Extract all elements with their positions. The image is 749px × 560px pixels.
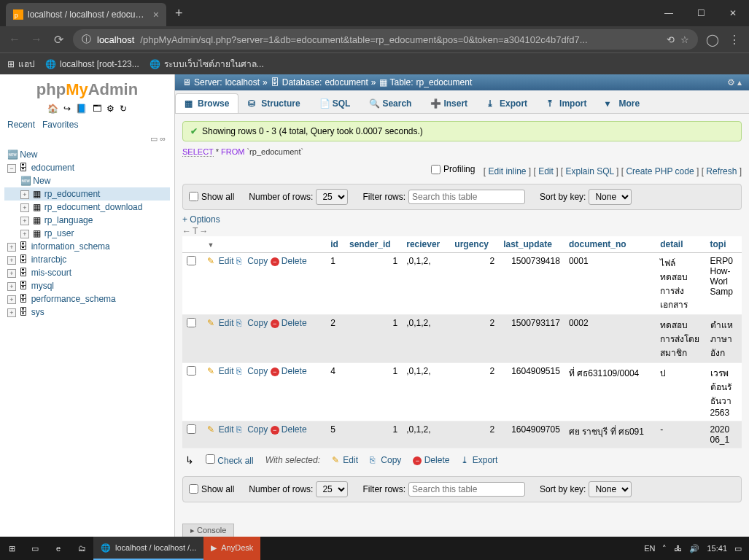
bc-tbl-link[interactable]: rp_edocument	[416, 77, 473, 88]
row-checkbox[interactable]	[187, 318, 196, 327]
tree-db-infoschema[interactable]: information_schema	[31, 241, 110, 252]
cell-sender_id[interactable]: 1	[345, 314, 402, 362]
tree-new-table[interactable]: New	[33, 176, 50, 186]
tree-db-mis-scourt[interactable]: mis-scourt	[31, 268, 71, 278]
filter-input[interactable]	[408, 190, 525, 204]
cell-detail[interactable]: ไฟล์ทดสอบการส่งเอกสาร	[656, 252, 705, 314]
sortkey-select-2[interactable]: None	[589, 481, 632, 497]
explain-sql-link[interactable]: Explain SQL	[566, 166, 614, 176]
options-toggle[interactable]: + Options	[182, 214, 742, 225]
favorites-tab[interactable]: Favorites	[42, 120, 78, 130]
row-edit[interactable]: ✎ Edit	[207, 366, 233, 376]
cell-topic[interactable]: เวรพ ต้อนรั ธันวา 2563	[706, 362, 742, 421]
cell-id[interactable]: 5	[326, 421, 345, 448]
new-tab-button[interactable]: +	[175, 6, 183, 21]
bookmark-2[interactable]: 🌐 ระบบเว็บไซต์ภายในศาล...	[150, 57, 264, 71]
site-info-icon[interactable]: ⓘ	[82, 33, 91, 46]
cell-last_update[interactable]: 1500739418	[499, 252, 564, 314]
close-window-button[interactable]: ✕	[717, 0, 749, 26]
sortkey-select[interactable]: None	[589, 189, 632, 205]
tree-db-sys[interactable]: sys	[31, 307, 44, 317]
expand-icon[interactable]: +	[7, 308, 16, 317]
explorer-icon[interactable]: 🗂	[70, 537, 93, 560]
expand-icon[interactable]: +	[7, 256, 16, 265]
tray-network-icon[interactable]: 🖧	[674, 544, 682, 553]
cell-id[interactable]: 1	[326, 252, 345, 314]
expand-icon[interactable]: −	[7, 164, 16, 173]
link-icon[interactable]: ∞	[160, 134, 166, 143]
sql-icon[interactable]: 🗔	[93, 104, 101, 114]
expand-icon[interactable]: +	[7, 295, 16, 304]
expand-icon[interactable]: +	[7, 243, 16, 252]
expand-icon[interactable]: +	[20, 203, 29, 212]
start-button[interactable]: ⊞	[0, 537, 23, 560]
browser-menu-icon[interactable]: ⋮	[727, 33, 742, 47]
tree-db-mysql[interactable]: mysql	[31, 281, 54, 291]
cell-last_update[interactable]: 1604909515	[499, 362, 564, 421]
check-all-link[interactable]: Check all	[217, 456, 253, 466]
numrows-select-2[interactable]: 25	[316, 481, 348, 497]
cell-document_no[interactable]: 0001	[564, 252, 656, 314]
col-detail[interactable]: detail	[656, 236, 705, 253]
row-edit[interactable]: ✎ Edit	[207, 318, 233, 328]
page-settings-icon[interactable]: ⚙ ▴	[727, 77, 742, 88]
collapse-icon[interactable]: ▭	[150, 134, 158, 143]
cell-topic[interactable]: ERP0 How- Worl Samp	[706, 252, 742, 314]
column-nav-arrows[interactable]: ←T→	[182, 226, 742, 236]
cell-id[interactable]: 2	[326, 314, 345, 362]
show-all-checkbox[interactable]	[189, 192, 198, 201]
tree-table-language[interactable]: rp_language	[44, 215, 93, 225]
tab-import[interactable]: ⤒Import	[537, 93, 596, 113]
bulk-export[interactable]: ⤓ Export	[461, 455, 497, 465]
tray-lang[interactable]: EN	[644, 544, 655, 553]
taskbar-chrome[interactable]: 🌐localhost / localhost /...	[93, 537, 203, 560]
expand-icon[interactable]: +	[20, 217, 29, 225]
tab-more[interactable]: ▾More	[596, 93, 649, 113]
tray-up-icon[interactable]: ˄	[662, 544, 667, 553]
tray-time[interactable]: 15:41	[707, 544, 727, 553]
bookmark-star-icon[interactable]: ☆	[680, 34, 689, 45]
col-id[interactable]: id	[326, 236, 345, 253]
col-last_update[interactable]: last_update	[499, 236, 564, 253]
home-icon[interactable]: 🏠	[47, 104, 58, 114]
edit-query-link[interactable]: Edit	[538, 166, 554, 176]
col-document_no[interactable]: document_no	[564, 236, 656, 253]
profile-icon[interactable]: ◯	[705, 33, 720, 47]
cell-id[interactable]: 4	[326, 362, 345, 421]
url-field[interactable]: ⓘ localhost /phpMyAdmin/sql.php?server=1…	[73, 29, 698, 50]
cell-detail[interactable]: ทดสอบการส่งโดยสมาชิก	[656, 314, 705, 362]
col-topic[interactable]: topi	[706, 236, 742, 253]
col-urgency[interactable]: urgency	[450, 236, 499, 253]
tray-notifications-icon[interactable]: ▭	[734, 544, 742, 553]
row-copy[interactable]: ⎘ Copy	[236, 366, 268, 376]
docs-icon[interactable]: 📘	[76, 104, 87, 114]
reload-tree-icon[interactable]: ↻	[120, 104, 127, 114]
cell-topic[interactable]: 2020 06_1	[706, 421, 742, 448]
cell-reciever[interactable]: ,0,1,2,	[402, 362, 450, 421]
cell-sender_id[interactable]: 1	[345, 362, 402, 421]
cell-topic[interactable]: ตำแห ภาษา อังก	[706, 314, 742, 362]
row-edit[interactable]: ✎ Edit	[207, 424, 233, 435]
expand-icon[interactable]: +	[7, 282, 16, 291]
translate-icon[interactable]: ⟲	[667, 34, 675, 45]
minimize-button[interactable]: —	[653, 0, 685, 26]
cell-detail[interactable]: -	[656, 421, 705, 448]
bookmark-1[interactable]: 🌐 localhost [root-123...	[45, 59, 139, 69]
cell-reciever[interactable]: ,0,1,2,	[402, 421, 450, 448]
cell-document_no[interactable]: ศย ราชบุรี ที่ ศธ091	[564, 421, 656, 448]
forward-button[interactable]: →	[29, 33, 44, 46]
bulk-copy[interactable]: ⎘ Copy	[370, 455, 401, 465]
row-copy[interactable]: ⎘ Copy	[236, 424, 268, 435]
bc-db-link[interactable]: edocument	[325, 77, 368, 88]
check-all-checkbox[interactable]	[206, 454, 215, 464]
tray-volume-icon[interactable]: 🔊	[689, 544, 699, 553]
tab-close-icon[interactable]: ×	[153, 9, 159, 20]
reload-button[interactable]: ⟳	[51, 33, 66, 47]
recent-tab[interactable]: Recent	[7, 120, 35, 130]
col-sender_id[interactable]: sender_id	[345, 236, 402, 253]
tree-table-rp_edocument[interactable]: rp_edocument	[44, 189, 101, 199]
cell-urgency[interactable]: 2	[450, 362, 499, 421]
bc-server-link[interactable]: localhost	[225, 77, 260, 88]
filter-input-2[interactable]	[408, 482, 525, 497]
tree-new-db[interactable]: New	[20, 149, 37, 160]
